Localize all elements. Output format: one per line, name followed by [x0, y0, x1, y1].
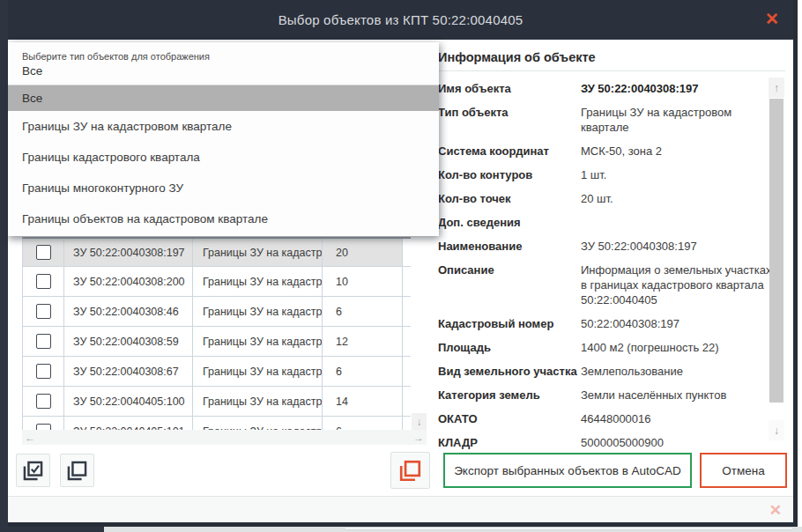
info-field-value	[581, 215, 776, 230]
object-points-cell: 12	[323, 327, 403, 356]
object-type-cell: Границы ЗУ на кадастрс	[193, 357, 323, 386]
info-field-label: Имя объекта	[438, 81, 581, 96]
info-scrollbar-down-button[interactable]: ↓	[769, 420, 784, 440]
info-field-label: Вид земельного участка	[438, 364, 581, 379]
info-field-value: Земли населённых пунктов	[581, 388, 776, 403]
dropdown-option[interactable]: Границы ЗУ на кадастровом квартале	[8, 111, 439, 142]
dialog-title: Выбор объектов из КПТ 50:22:0040405	[278, 12, 524, 27]
copy-selection-icon	[397, 458, 423, 484]
info-field: Кадастровый номер50:22:0040308:197	[438, 316, 778, 331]
dropdown-option[interactable]: Границы многоконтурного ЗУ	[8, 173, 439, 203]
table-row[interactable]: ЗУ 50:22:0040308:59Границы ЗУ на кадастр…	[22, 327, 411, 357]
object-name-cell: ЗУ 50:22:0040405:101	[64, 417, 193, 430]
row-checkbox-cell	[23, 327, 64, 356]
info-field-label: Кол-во точек	[438, 191, 581, 206]
select-all-button[interactable]	[16, 454, 50, 487]
info-panel-fields: Имя объектаЗУ 50:22:0040308:197Тип объек…	[438, 81, 778, 459]
footer-bar: ✕	[8, 496, 793, 522]
deselect-all-button[interactable]	[60, 454, 94, 487]
object-points-cell: 6	[323, 417, 403, 430]
object-name-cell: ЗУ 50:22:0040308:197	[64, 239, 193, 266]
info-field-label: Тип объекта	[438, 105, 581, 135]
table-row[interactable]: ЗУ 50:22:0040308:197Границы ЗУ на кадаст…	[22, 237, 411, 267]
deselect-all-icon	[65, 459, 89, 483]
arrow-down-icon: ↓	[412, 413, 427, 430]
object-points-cell: 10	[323, 267, 403, 296]
object-points-cell: 20	[323, 239, 403, 266]
object-type-cell: Границы ЗУ на кадастрс	[193, 297, 323, 326]
object-name-cell: ЗУ 50:22:0040405:100	[64, 387, 193, 416]
info-field-label: Система координат	[438, 144, 581, 159]
arrow-right-icon[interactable]: →	[411, 432, 427, 444]
table-row[interactable]: ЗУ 50:22:0040308:67Границы ЗУ на кадастр…	[22, 357, 411, 387]
info-field-value: Границы ЗУ на кадастровом квартале	[581, 105, 776, 135]
info-field-value: 1 шт.	[581, 167, 776, 182]
row-checkbox[interactable]	[36, 304, 51, 319]
table-scrollbar-down-button[interactable]: ↓	[412, 413, 427, 430]
row-checkbox-cell	[23, 267, 64, 296]
info-field-value: МСК-50, зона 2	[581, 144, 776, 159]
object-points-cell: 14	[323, 387, 403, 416]
dropdown-option[interactable]: Границы объектов на кадастровом квартале	[8, 203, 439, 234]
info-field-label: Описание	[438, 262, 581, 307]
object-name-cell: ЗУ 50:22:0040308:46	[64, 297, 193, 326]
dropdown-options-list: ВсеГраницы ЗУ на кадастровом кварталеГра…	[8, 85, 439, 234]
dropdown-option[interactable]: Все	[8, 85, 439, 111]
info-field-label: Категория земель	[438, 388, 581, 403]
info-field-label: Доп. сведения	[438, 215, 581, 230]
table-horizontal-scrollbar[interactable]: ← →	[22, 430, 427, 445]
dropdown-option[interactable]: Границы кадастрового квартала	[8, 142, 439, 173]
table-row[interactable]: ЗУ 50:22:0040308:46Границы ЗУ на кадастр…	[22, 297, 411, 327]
row-checkbox[interactable]	[36, 364, 51, 379]
object-type-cell: Границы ЗУ на кадастрс	[193, 417, 323, 430]
info-scrollbar-thumb[interactable]	[769, 99, 783, 403]
info-panel-divider	[438, 70, 785, 71]
info-field-value: 5000005000900	[581, 435, 776, 450]
row-checkbox[interactable]	[36, 334, 51, 349]
footer-close-icon[interactable]: ✕	[769, 501, 782, 520]
info-field: Система координатМСК-50, зона 2	[438, 144, 778, 159]
info-field-label: Кадастровый номер	[438, 316, 581, 331]
info-field-value: Информация о земельных участках в границ…	[581, 262, 776, 307]
cancel-button[interactable]: Отмена	[700, 453, 787, 488]
row-checkbox-cell	[23, 297, 64, 326]
info-field: НаименованиеЗУ 50:22:0040308:197	[438, 239, 778, 254]
dialog-titlebar: Выбор объектов из КПТ 50:22:0040405 ✕	[8, 0, 793, 40]
info-field: Кол-во точек20 шт.	[438, 191, 778, 206]
arrow-left-icon[interactable]: ←	[22, 432, 38, 444]
info-field: Площадь1400 м2 (погрешность 22)	[438, 340, 778, 355]
object-type-cell: Границы ЗУ на кадастрс	[193, 387, 323, 416]
object-points-cell: 6	[323, 297, 403, 326]
info-field-value: 1400 м2 (погрешность 22)	[581, 340, 776, 355]
row-checkbox-cell	[23, 357, 64, 386]
arrow-up-icon: ↑	[769, 78, 784, 98]
row-checkbox[interactable]	[36, 394, 51, 409]
info-field-value: ЗУ 50:22:0040308:197	[581, 239, 776, 254]
copy-selection-button[interactable]	[390, 452, 430, 489]
export-to-autocad-button[interactable]: Экспорт выбранных объектов в AutoCAD	[443, 453, 692, 488]
object-type-dropdown: Выберите тип объектов для отображения Вс…	[8, 42, 439, 236]
close-icon[interactable]: ✕	[765, 10, 779, 29]
row-checkbox-cell	[23, 239, 64, 266]
arrow-down-icon: ↓	[769, 420, 784, 440]
row-checkbox[interactable]	[36, 245, 51, 260]
info-scrollbar-up-button[interactable]: ↑	[769, 78, 784, 98]
select-objects-dialog: Выбор объектов из КПТ 50:22:0040405 ✕ Ин…	[8, 0, 798, 527]
background-app-strip	[104, 527, 802, 532]
object-name-cell: ЗУ 50:22:0040308:59	[64, 327, 193, 356]
object-name-cell: ЗУ 50:22:0040308:67	[64, 357, 193, 386]
table-row[interactable]: ЗУ 50:22:0040405:101Границы ЗУ на кадаст…	[22, 417, 411, 430]
background-app-scrollbar	[344, 527, 793, 530]
row-checkbox-cell	[23, 417, 64, 430]
info-field: Имя объектаЗУ 50:22:0040308:197	[438, 81, 778, 96]
info-field-value: 46448000016	[581, 411, 776, 426]
row-checkbox[interactable]	[36, 274, 51, 289]
object-points-cell: 6	[323, 357, 403, 386]
object-type-cell: Границы ЗУ на кадастрс	[193, 327, 323, 356]
info-field-label: Кол-во контуров	[438, 167, 581, 182]
table-row[interactable]: ЗУ 50:22:0040308:200Границы ЗУ на кадаст…	[22, 267, 411, 297]
dropdown-selected-value[interactable]: Все	[22, 64, 439, 78]
table-row[interactable]: ЗУ 50:22:0040405:100Границы ЗУ на кадаст…	[22, 387, 411, 417]
info-field-value: ЗУ 50:22:0040308:197	[581, 81, 776, 96]
row-checkbox[interactable]	[36, 424, 51, 430]
